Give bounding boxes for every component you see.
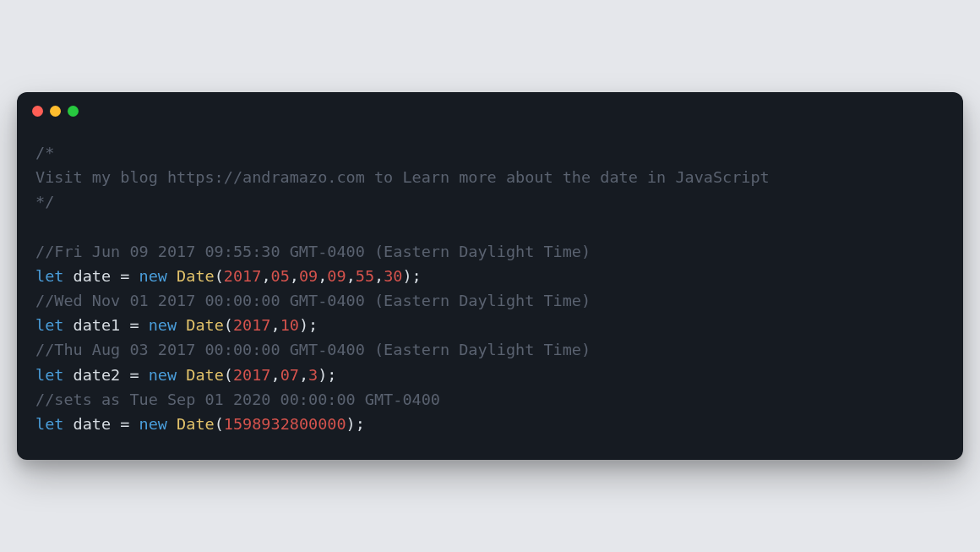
- paren-open: (: [224, 316, 233, 334]
- block-comment-close: */: [35, 193, 54, 210]
- window-titlebar: [17, 92, 963, 125]
- keyword-new: new: [139, 267, 167, 285]
- comma: ,: [271, 366, 280, 384]
- paren-open: (: [215, 267, 224, 285]
- paren-close: );: [299, 316, 318, 334]
- number-arg: 2017: [224, 267, 262, 285]
- keyword-new: new: [149, 316, 177, 334]
- operator-assign: =: [120, 316, 148, 334]
- keyword-new: new: [139, 415, 167, 433]
- keyword-let: let: [35, 267, 63, 285]
- operator-assign: =: [120, 366, 148, 384]
- variable-name: date: [74, 267, 112, 285]
- number-arg: 3: [308, 366, 318, 384]
- class-date: Date: [177, 415, 215, 433]
- keyword-let: let: [35, 415, 63, 433]
- close-icon[interactable]: [32, 106, 43, 117]
- block-comment-text: Visit my blog https://andramazo.com to L…: [35, 168, 770, 186]
- operator-assign: =: [111, 267, 139, 285]
- class-date: Date: [186, 366, 224, 384]
- comma: ,: [299, 366, 308, 384]
- variable-name: date2: [74, 366, 121, 384]
- paren-open: (: [224, 366, 233, 384]
- number-arg: 2017: [233, 316, 271, 334]
- variable-name: date: [74, 415, 112, 433]
- paren-close: );: [318, 366, 336, 384]
- code-window: /* Visit my blog https://andramazo.com t…: [17, 92, 963, 461]
- number-arg: 2017: [233, 366, 271, 384]
- comma: ,: [374, 267, 384, 285]
- comma: ,: [271, 316, 280, 334]
- keyword-let: let: [35, 316, 63, 334]
- keyword-new: new: [149, 366, 177, 384]
- number-arg: 09: [327, 267, 346, 285]
- number-arg: 09: [299, 267, 318, 285]
- maximize-icon[interactable]: [68, 106, 79, 117]
- paren-close: );: [402, 267, 421, 285]
- code-block: /* Visit my blog https://andramazo.com t…: [17, 125, 963, 461]
- comma: ,: [318, 267, 327, 285]
- operator-assign: =: [111, 415, 139, 433]
- line-comment: //Wed Nov 01 2017 00:00:00 GMT-0400 (Eas…: [35, 292, 591, 309]
- class-date: Date: [177, 267, 215, 285]
- class-date: Date: [186, 316, 224, 334]
- paren-close: );: [346, 415, 365, 433]
- number-arg: 55: [356, 267, 374, 285]
- number-arg: 10: [280, 316, 299, 334]
- line-comment: //Fri Jun 09 2017 09:55:30 GMT-0400 (Eas…: [35, 243, 591, 260]
- comma: ,: [346, 267, 356, 285]
- variable-name: date1: [74, 316, 121, 334]
- number-arg: 05: [271, 267, 290, 285]
- number-arg: 30: [384, 267, 402, 285]
- number-arg: 07: [280, 366, 299, 384]
- number-arg: 1598932800000: [224, 415, 346, 433]
- line-comment: //sets as Tue Sep 01 2020 00:00:00 GMT-0…: [35, 391, 440, 408]
- line-comment: //Thu Aug 03 2017 00:00:00 GMT-0400 (Eas…: [35, 341, 591, 358]
- block-comment-open: /*: [35, 144, 54, 161]
- comma: ,: [290, 267, 299, 285]
- paren-open: (: [215, 415, 224, 433]
- comma: ,: [261, 267, 270, 285]
- minimize-icon[interactable]: [50, 106, 61, 117]
- keyword-let: let: [35, 366, 63, 384]
